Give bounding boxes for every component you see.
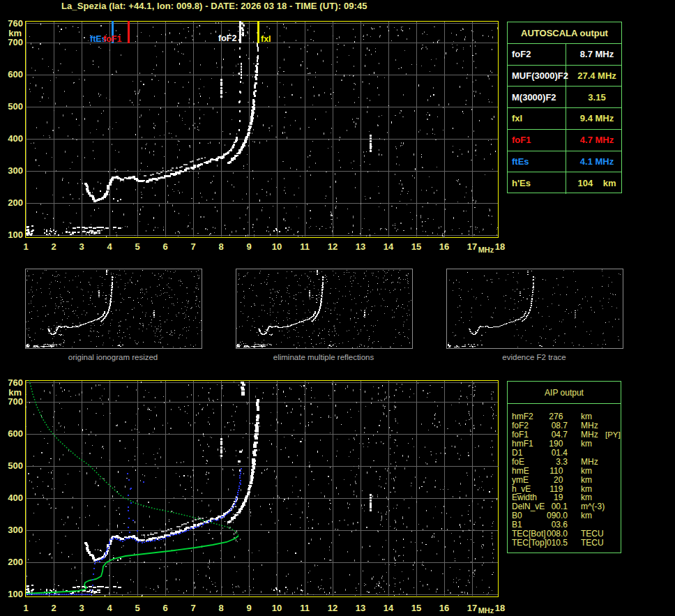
svg-text:14: 14 bbox=[384, 241, 394, 252]
svg-text:8: 8 bbox=[218, 603, 223, 613]
svg-text:400: 400 bbox=[8, 133, 23, 144]
svg-text:7: 7 bbox=[190, 603, 195, 613]
svg-text:5: 5 bbox=[135, 241, 139, 252]
svg-text:13: 13 bbox=[356, 603, 365, 613]
svg-text:200: 200 bbox=[8, 557, 23, 567]
svg-text:10: 10 bbox=[272, 603, 282, 613]
svg-text:500: 500 bbox=[8, 101, 23, 112]
svg-text:600: 600 bbox=[8, 428, 23, 439]
svg-text:200: 200 bbox=[8, 197, 23, 208]
svg-text:17: 17 bbox=[467, 603, 477, 613]
svg-text:300: 300 bbox=[8, 525, 23, 535]
svg-text:eliminate multiple reflections: eliminate multiple reflections bbox=[273, 353, 374, 361]
svg-text:4: 4 bbox=[107, 241, 112, 252]
svg-text:16: 16 bbox=[439, 603, 449, 613]
svg-text:km: km bbox=[8, 387, 22, 398]
svg-text:La_Spezia (lat: +44.1, lon: 00: La_Spezia (lat: +44.1, lon: 009.8) - DAT… bbox=[61, 1, 367, 11]
svg-text:11: 11 bbox=[300, 603, 310, 613]
svg-text:12: 12 bbox=[328, 241, 338, 252]
svg-text:400: 400 bbox=[8, 493, 23, 503]
svg-text:10: 10 bbox=[272, 241, 282, 252]
svg-text:9: 9 bbox=[246, 241, 251, 252]
svg-text:2: 2 bbox=[51, 241, 56, 252]
svg-text:760: 760 bbox=[8, 377, 23, 388]
svg-text:700: 700 bbox=[8, 37, 23, 47]
svg-text:100: 100 bbox=[8, 230, 23, 240]
svg-text:15: 15 bbox=[411, 603, 421, 613]
svg-text:11: 11 bbox=[300, 241, 310, 252]
svg-text:100: 100 bbox=[8, 589, 23, 599]
svg-text:2: 2 bbox=[51, 603, 56, 613]
svg-text:14: 14 bbox=[384, 603, 394, 613]
svg-text:17: 17 bbox=[467, 241, 477, 252]
svg-text:7: 7 bbox=[190, 241, 195, 252]
svg-text:600: 600 bbox=[8, 69, 23, 80]
svg-text:760: 760 bbox=[8, 18, 23, 29]
svg-text:6: 6 bbox=[162, 603, 167, 613]
svg-text:1: 1 bbox=[23, 603, 28, 613]
svg-text:3: 3 bbox=[79, 603, 84, 613]
svg-text:18: 18 bbox=[495, 241, 505, 252]
svg-text:700: 700 bbox=[8, 396, 23, 407]
svg-text:15: 15 bbox=[411, 241, 421, 252]
svg-text:3: 3 bbox=[79, 241, 84, 252]
svg-text:foF1: foF1 bbox=[103, 34, 121, 44]
svg-text:MHz: MHz bbox=[478, 246, 494, 254]
svg-text:fxI: fxI bbox=[261, 34, 271, 44]
svg-text:km: km bbox=[8, 28, 22, 38]
svg-text:MHz: MHz bbox=[478, 606, 494, 615]
svg-text:5: 5 bbox=[135, 603, 139, 613]
svg-text:4: 4 bbox=[107, 603, 112, 613]
svg-text:12: 12 bbox=[328, 603, 338, 613]
svg-text:9: 9 bbox=[246, 603, 251, 613]
svg-text:13: 13 bbox=[356, 241, 365, 252]
svg-text:18: 18 bbox=[495, 603, 505, 613]
svg-text:500: 500 bbox=[8, 460, 23, 471]
svg-text:16: 16 bbox=[439, 241, 449, 252]
svg-text:8: 8 bbox=[218, 241, 223, 252]
svg-text:foF2: foF2 bbox=[218, 33, 236, 43]
svg-text:300: 300 bbox=[8, 165, 23, 176]
svg-text:1: 1 bbox=[23, 241, 28, 252]
svg-text:6: 6 bbox=[162, 241, 167, 252]
svg-text:original ionogram resized: original ionogram resized bbox=[68, 353, 158, 361]
svg-text:evidence F2 trace: evidence F2 trace bbox=[502, 353, 566, 361]
